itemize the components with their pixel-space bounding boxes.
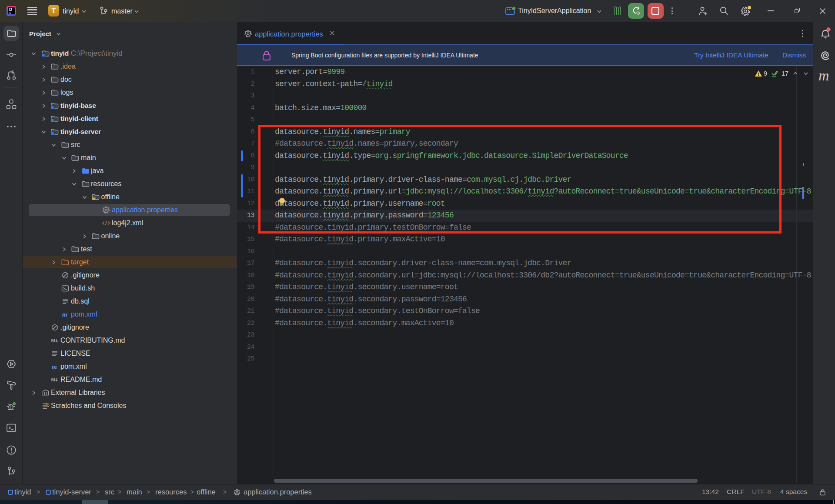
svg-text:M: M	[51, 377, 55, 382]
svg-text:M: M	[51, 338, 55, 343]
svg-text:m: m	[62, 311, 67, 318]
svg-text:m: m	[52, 363, 57, 370]
